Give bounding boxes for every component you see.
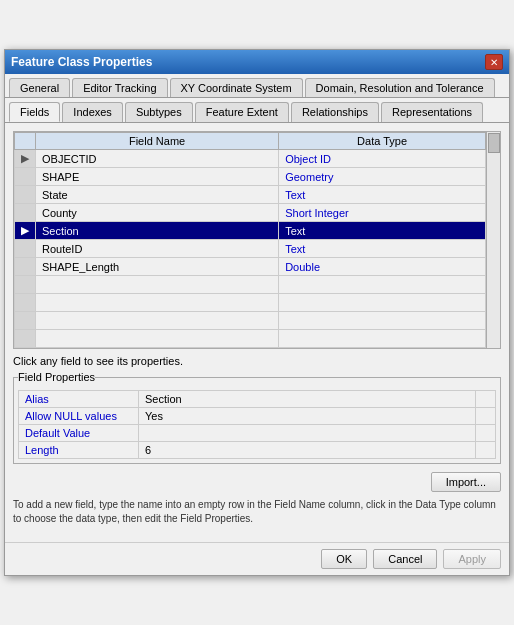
prop-val-alias[interactable]: Section [139, 391, 476, 408]
data-type-cell[interactable] [279, 312, 486, 330]
field-properties-legend: Field Properties [18, 371, 95, 383]
data-type-cell[interactable]: Object ID [279, 150, 486, 168]
table-row[interactable] [15, 294, 486, 312]
feature-class-properties-window: Feature Class Properties ✕ General Edito… [4, 49, 510, 576]
data-type-cell[interactable] [279, 276, 486, 294]
table-row[interactable] [15, 330, 486, 348]
table-row[interactable]: County Short Integer [15, 204, 486, 222]
data-type-cell[interactable] [279, 294, 486, 312]
tab-fields[interactable]: Fields [9, 102, 60, 122]
col-header-data-type: Data Type [279, 133, 486, 150]
field-properties-table: Alias Section Allow NULL values Yes Defa… [18, 390, 496, 459]
fields-table-container: Field Name Data Type ▶ OBJECTID Object I… [13, 131, 501, 349]
table-row[interactable]: SHAPE Geometry [15, 168, 486, 186]
import-button-container: Import... [13, 472, 501, 492]
tab-feature-extent[interactable]: Feature Extent [195, 102, 289, 122]
field-name-cell[interactable] [36, 312, 279, 330]
content-area: Field Name Data Type ▶ OBJECTID Object I… [5, 123, 509, 542]
tab-subtypes[interactable]: Subtypes [125, 102, 193, 122]
field-name-cell[interactable]: Section [36, 222, 279, 240]
title-bar: Feature Class Properties ✕ [5, 50, 509, 74]
apply-button[interactable]: Apply [443, 549, 501, 569]
window-title: Feature Class Properties [11, 55, 152, 69]
data-type-cell[interactable]: Text [279, 186, 486, 204]
cancel-button[interactable]: Cancel [373, 549, 437, 569]
tab-indexes[interactable]: Indexes [62, 102, 123, 122]
table-row-selected[interactable]: ▶ Section Text [15, 222, 486, 240]
scrollbar-thumb[interactable] [488, 133, 500, 153]
table-row[interactable] [15, 312, 486, 330]
data-type-cell[interactable]: Double [279, 258, 486, 276]
field-name-cell[interactable]: OBJECTID [36, 150, 279, 168]
tab-relationships[interactable]: Relationships [291, 102, 379, 122]
table-row[interactable]: SHAPE_Length Double [15, 258, 486, 276]
tab-general[interactable]: General [9, 78, 70, 97]
hint-text: Click any field to see its properties. [13, 355, 501, 367]
tab-domain-resolution[interactable]: Domain, Resolution and Tolerance [305, 78, 495, 97]
bottom-bar: OK Cancel Apply [5, 542, 509, 575]
close-button[interactable]: ✕ [485, 54, 503, 70]
import-button[interactable]: Import... [431, 472, 501, 492]
data-type-cell[interactable]: Text [279, 240, 486, 258]
table-row[interactable]: RouteID Text [15, 240, 486, 258]
field-name-cell[interactable]: State [36, 186, 279, 204]
tab-row-1: General Editor Tracking XY Coordinate Sy… [5, 74, 509, 98]
data-type-cell[interactable]: Text [279, 222, 486, 240]
prop-key-null: Allow NULL values [19, 408, 139, 425]
prop-key-alias: Alias [19, 391, 139, 408]
field-properties-group: Field Properties Alias Section Allow NUL… [13, 371, 501, 464]
tab-row-2: Fields Indexes Subtypes Feature Extent R… [5, 98, 509, 123]
table-row[interactable] [15, 276, 486, 294]
field-name-cell[interactable]: RouteID [36, 240, 279, 258]
field-name-cell[interactable]: SHAPE_Length [36, 258, 279, 276]
prop-val-length[interactable]: 6 [139, 442, 476, 459]
field-name-cell[interactable] [36, 330, 279, 348]
field-name-cell[interactable] [36, 276, 279, 294]
data-type-cell[interactable]: Short Integer [279, 204, 486, 222]
ok-button[interactable]: OK [321, 549, 367, 569]
prop-val-null[interactable]: Yes [139, 408, 476, 425]
prop-row-alias: Alias Section [19, 391, 496, 408]
tab-editor-tracking[interactable]: Editor Tracking [72, 78, 167, 97]
prop-key-default: Default Value [19, 425, 139, 442]
prop-row-null: Allow NULL values Yes [19, 408, 496, 425]
prop-key-length: Length [19, 442, 139, 459]
data-type-cell[interactable] [279, 330, 486, 348]
field-name-cell[interactable]: County [36, 204, 279, 222]
col-header-field-name: Field Name [36, 133, 279, 150]
data-type-cell[interactable]: Geometry [279, 168, 486, 186]
field-name-cell[interactable]: SHAPE [36, 168, 279, 186]
prop-row-default: Default Value [19, 425, 496, 442]
prop-row-length: Length 6 [19, 442, 496, 459]
table-row[interactable]: State Text [15, 186, 486, 204]
table-scrollbar[interactable] [486, 132, 500, 348]
prop-val-default[interactable] [139, 425, 476, 442]
fields-table: Field Name Data Type ▶ OBJECTID Object I… [14, 132, 486, 348]
tab-representations[interactable]: Representations [381, 102, 483, 122]
field-name-cell[interactable] [36, 294, 279, 312]
table-row[interactable]: ▶ OBJECTID Object ID [15, 150, 486, 168]
tab-xy-coordinate[interactable]: XY Coordinate System [170, 78, 303, 97]
note-text: To add a new field, type the name into a… [13, 498, 501, 526]
